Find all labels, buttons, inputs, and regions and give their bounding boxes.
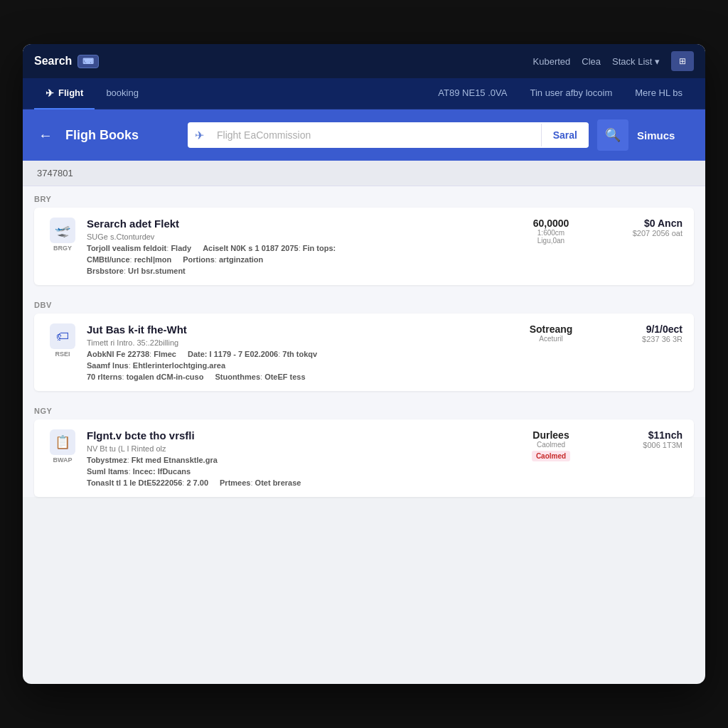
clea-action[interactable]: Clea <box>582 56 601 67</box>
flight-list: BRY 🛫 BRGY Serarch adet Flekt SUGe s.Cto… <box>23 186 705 497</box>
price2-2: $006 1T3M <box>590 441 682 449</box>
detail-2-suml: Suml ltams: lncec: IfDucans <box>87 467 191 476</box>
detail-1-date: Date: I 1179 - 7 E02.2006: 7th tokqv <box>188 350 317 358</box>
detail-0-brsbstore: Brsbstore: Url bsr.stument <box>87 267 186 275</box>
back-button[interactable]: ← <box>34 124 57 146</box>
price2-1: $237 36 3R <box>590 335 682 343</box>
mid-unit-0: 1:600cm <box>519 229 583 237</box>
item-prices-1: 9/1/0ect $237 36 3R <box>590 323 682 343</box>
section-label-bry: BRY <box>34 186 694 208</box>
search-bar: ← Fligh Books ✈ Saral 🔍 Simucs <box>23 109 705 161</box>
item-detail-row-2b: Suml ltams: lncec: IfDucans <box>87 467 512 476</box>
status-badge-2: Caolmed <box>532 451 570 461</box>
item-icon-wrap-1: 🏷 RSEI <box>46 323 80 358</box>
content-header: 3747801 <box>23 161 705 186</box>
item-icon-wrap-2: 📋 BWAP <box>46 429 80 464</box>
content-area: 3747801 BRY 🛫 BRGY Serarch adet Flekt SU… <box>23 161 705 497</box>
price2-0: $207 2056 oat <box>590 229 682 237</box>
detail-1-saamf: Saamf lnus: Ehtlerinterlochtging.area <box>87 361 225 370</box>
mid-val-0: 60,0000 <box>519 218 583 229</box>
stack-list-action[interactable]: Stack List ▾ <box>612 56 660 67</box>
item-detail-row-1b: Saamf lnus: Ehtlerinterlochtging.area <box>87 361 512 370</box>
item-detail-row-0b: CMBtl/unce: rechl|mon Portions: artginza… <box>87 255 512 264</box>
detail-0-cmbtu: CMBtl/unce: rechl|mon <box>87 255 171 264</box>
search-input-wrap: ✈ Saral <box>188 122 589 148</box>
search-bar-status: Simucs <box>637 129 694 141</box>
nav-item-mere-hl[interactable]: Mere HL bs <box>623 78 694 109</box>
top-search-label: Search ⌨ <box>34 55 99 68</box>
top-bar: Search ⌨ Kuberted Clea Stack List ▾ ⊞ <box>23 44 705 78</box>
item-detail-row-1a: AobkNl Fe 22738: Flmec Date: I 1179 - 7 … <box>87 350 512 358</box>
item-title-0: Serarch adet Flekt <box>87 218 512 230</box>
item-title-2: Flgnt.v bcte tho vrsfli <box>87 429 512 441</box>
flight-icon-0: 🛫 <box>50 218 75 243</box>
top-bar-actions: Kuberted Clea Stack List ▾ ⊞ <box>533 51 694 71</box>
nav-bar: ✈ Flight booking AT89 NE15 .0VA Tin user… <box>23 78 705 109</box>
screen: Search ⌨ Kuberted Clea Stack List ▾ ⊞ ✈ … <box>23 44 705 684</box>
item-sub-0: SUGe s.Ctonturdev <box>87 232 512 241</box>
search-input[interactable] <box>211 122 541 148</box>
item-icon-label-1: RSEI <box>55 350 70 358</box>
item-prices-2: $11nch $006 1T3M <box>590 429 682 449</box>
nav-item-booking[interactable]: booking <box>95 78 150 109</box>
item-mid-0: 60,0000 1:600cm Ligu,0an <box>519 218 583 245</box>
item-sub-1: Timett ri Intro. 35:.22billing <box>87 338 512 347</box>
content-header-text: 3747801 <box>37 168 73 178</box>
item-detail-row-0c: Brsbstore: Url bsr.stument <box>87 267 512 275</box>
detail-1-aobbknl: AobkNl Fe 22738: Flmec <box>87 350 176 358</box>
mid-unit-2: Caolmed <box>519 441 583 449</box>
item-body-0: Serarch adet Flekt SUGe s.Ctonturdev Tor… <box>87 218 512 275</box>
detail-2-prtmees: Prtmees: Otet brerase <box>220 478 301 487</box>
mid-val-2: Durlees <box>519 429 583 441</box>
section-label-dbv: DBV <box>34 292 694 314</box>
flight-icon-2: 📋 <box>50 429 75 455</box>
item-detail-row-1c: 70 rlterns: togalen dCM-in-cuso Stuonthm… <box>87 373 512 381</box>
detail-1-stu: Stuonthmes: OteEF tess <box>215 373 305 381</box>
detail-1-70r: 70 rlterns: togalen dCM-in-cuso <box>87 373 203 381</box>
price1-2: $11nch <box>590 429 682 441</box>
magnifier-icon: 🔍 <box>605 127 621 143</box>
flight-icon-1: 🏷 <box>50 323 75 349</box>
item-detail-row-0a: Torjoll vealism feldoit: Flady Aciselt N… <box>87 244 512 252</box>
item-title-1: Jut Bas k-it fhe-Wht <box>87 323 512 336</box>
price1-1: 9/1/0ect <box>590 323 682 335</box>
search-submit-btn[interactable]: Saral <box>541 124 589 146</box>
flight-item-2[interactable]: 📋 BWAP Flgnt.v bcte tho vrsfli NV Bt tu … <box>34 419 694 497</box>
flight-nav-icon: ✈ <box>46 87 54 99</box>
item-body-2: Flgnt.v bcte tho vrsfli NV Bt tu (L I Ri… <box>87 429 512 487</box>
item-mid-1: Sotreang Aceturil <box>519 323 583 343</box>
section-label-ngy: NGY <box>34 398 694 419</box>
item-icon-label-2: BWAP <box>53 456 73 464</box>
detail-0-portions: Portions: artginzation <box>183 255 263 264</box>
nav-item-flight[interactable]: ✈ Flight <box>34 78 95 109</box>
kuberted-action[interactable]: Kuberted <box>533 56 571 67</box>
nav-item-at89[interactable]: AT89 NE15 .0VA <box>427 78 518 109</box>
search-input-flight-icon: ✈ <box>188 129 211 142</box>
item-detail-row-2c: Tonaslt tl 1 le DtE5222056: 2 7.00 Prtme… <box>87 478 512 487</box>
item-icon-label-0: BRGY <box>53 245 72 252</box>
detail-0-torjoll: Torjoll vealism feldoit: Flady <box>87 244 191 252</box>
nav-item-tin-user[interactable]: Tin user afby locoim <box>518 78 623 109</box>
item-mid-2: Durlees Caolmed Caolmed <box>519 429 583 461</box>
price1-0: $0 Ancn <box>590 218 682 229</box>
search-label-text: Search <box>34 55 72 68</box>
search-badge: ⌨ <box>77 55 99 68</box>
item-prices-0: $0 Ancn $207 2056 oat <box>590 218 682 237</box>
item-body-1: Jut Bas k-it fhe-Wht Timett ri Intro. 35… <box>87 323 512 381</box>
grid-icon-btn[interactable]: ⊞ <box>671 51 694 71</box>
flight-item-0[interactable]: 🛫 BRGY Serarch adet Flekt SUGe s.Ctontur… <box>34 208 694 285</box>
detail-2-tobyst: Tobystmez: Fkt med Etnansktle.gra <box>87 456 218 464</box>
detail-0-aciselt: Aciselt N0K s 1 0187 2075: Fin tops: <box>203 244 336 252</box>
item-sub-2: NV Bt tu (L I Rinted olz <box>87 444 512 453</box>
mid-val-1: Sotreang <box>519 323 583 335</box>
flight-item-1[interactable]: 🏷 RSEI Jut Bas k-it fhe-Wht Timett ri In… <box>34 314 694 391</box>
search-icon-button[interactable]: 🔍 <box>597 119 628 151</box>
mid-label-0: Ligu,0an <box>519 237 583 245</box>
item-icon-wrap-0: 🛫 BRGY <box>46 218 80 252</box>
item-detail-row-2a: Tobystmez: Fkt med Etnansktle.gra <box>87 456 512 464</box>
search-bar-title: Fligh Books <box>65 128 179 143</box>
detail-2-tonaslt: Tonaslt tl 1 le DtE5222056: 2 7.00 <box>87 478 208 487</box>
mid-unit-1: Aceturil <box>519 335 583 343</box>
